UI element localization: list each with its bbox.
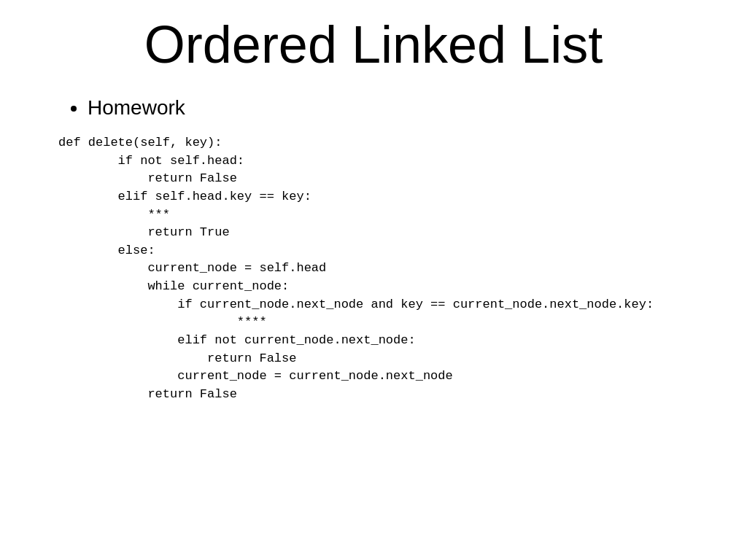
bullet-section: Homework xyxy=(73,96,703,120)
code-block: def delete(self, key): if not self.head:… xyxy=(58,134,703,404)
page-title: Ordered Linked List xyxy=(44,15,703,74)
bullet-item-homework: Homework xyxy=(88,96,703,120)
page: Ordered Linked List Homework def delete(… xyxy=(0,0,747,560)
